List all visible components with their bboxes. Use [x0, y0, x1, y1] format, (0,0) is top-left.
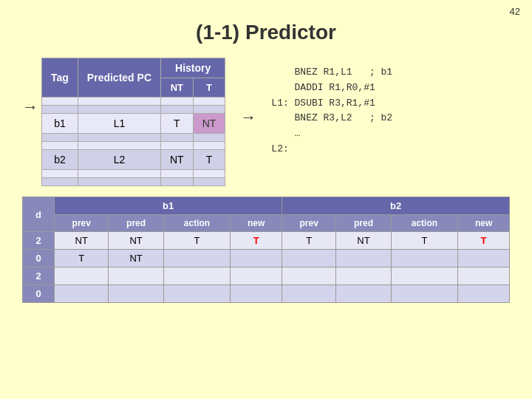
- cell-b1-prev: NT: [55, 232, 109, 250]
- col-nt-header: NT: [161, 78, 194, 98]
- cell-b1-new: [231, 285, 282, 303]
- cell-b2-new: [458, 285, 510, 303]
- col-t-header: T: [193, 78, 225, 98]
- cell-tag: [42, 106, 78, 114]
- cell-t: [193, 106, 225, 114]
- col-d-header: d: [23, 197, 55, 232]
- prediction-table-wrapper: → Tag Predicted PC History NT T: [22, 58, 225, 186]
- cell-b1-action: [163, 285, 231, 303]
- table-row: [42, 170, 225, 178]
- col-b1-pred: pred: [109, 215, 163, 232]
- col-predicted-pc-header: Predicted PC: [78, 58, 160, 98]
- col-b2-group-header: b2: [282, 197, 510, 215]
- prediction-table: Tag Predicted PC History NT T: [41, 58, 225, 186]
- cell-b2-pred: L2: [78, 150, 160, 170]
- table-row: [42, 98, 225, 106]
- cell-b2-prev: [282, 250, 336, 267]
- cell-pred: [78, 106, 160, 114]
- cell-b1-t: NT: [193, 114, 225, 134]
- page-number: 42: [510, 6, 520, 17]
- cell-pred: [78, 142, 160, 150]
- code-block: BNEZ R1,L1 ; b1 DADDI R1,R0,#1 L1: DSUBI…: [271, 65, 392, 157]
- cell-t: [193, 170, 225, 178]
- row-b1-arrow-left: →: [22, 98, 38, 117]
- cell-b1-action: [163, 267, 231, 285]
- cell-b2-pred: [336, 267, 391, 285]
- bottom-table-row: 0: [23, 285, 510, 303]
- cell-b1-prev: [55, 285, 109, 303]
- cell-nt: [161, 106, 194, 114]
- cell-b2-pred: [336, 285, 391, 303]
- cell-b2-nt: NT: [161, 150, 194, 170]
- cell-t: [193, 134, 225, 142]
- col-b2-pred: pred: [336, 215, 391, 232]
- cell-b2-tag: b2: [42, 150, 78, 170]
- page-title: (1-1) Predictor: [0, 21, 532, 44]
- cell-b1-pred: NT: [109, 250, 163, 267]
- cell-d: 0: [23, 250, 55, 267]
- cell-b2-new: T: [458, 232, 510, 250]
- cell-b2-action: [391, 267, 458, 285]
- col-tag-header: Tag: [42, 58, 78, 98]
- cell-d: 2: [23, 267, 55, 285]
- cell-d: 2: [23, 232, 55, 250]
- table-row: [42, 178, 225, 186]
- cell-pred: [78, 178, 160, 186]
- cell-tag: [42, 98, 78, 106]
- cell-b1-pred: [109, 285, 163, 303]
- cell-pred: [78, 134, 160, 142]
- cell-pred: [78, 170, 160, 178]
- cell-b2-action: [391, 285, 458, 303]
- col-b2-new: new: [458, 215, 510, 232]
- cell-nt: [161, 134, 194, 142]
- cell-nt: [161, 98, 194, 106]
- col-b1-group-header: b1: [55, 197, 282, 215]
- cell-tag: [42, 170, 78, 178]
- cell-b1-nt: T: [161, 114, 194, 134]
- cell-t: [193, 142, 225, 150]
- col-b1-prev: prev: [55, 215, 109, 232]
- col-b2-action: action: [391, 215, 458, 232]
- table-row-b2: b2 L2 NT T: [42, 150, 225, 170]
- table-row: [42, 134, 225, 142]
- cell-t: [193, 98, 225, 106]
- cell-b1-tag: b1: [42, 114, 78, 134]
- cell-nt: [161, 178, 194, 186]
- bottom-table-row: 2 NT NT T T T NT T T: [23, 232, 510, 250]
- cell-b1-pred: NT: [109, 232, 163, 250]
- cell-b1-new: [231, 267, 282, 285]
- cell-d: 0: [23, 285, 55, 303]
- bottom-table: d b1 b2 prev pred action new prev pred a…: [22, 197, 510, 303]
- cell-b1-pred: L1: [78, 114, 160, 134]
- cell-b1-prev: T: [55, 250, 109, 267]
- cell-b2-new: [458, 250, 510, 267]
- cell-b2-new: [458, 267, 510, 285]
- table-row: [42, 142, 225, 150]
- table-row: [42, 106, 225, 114]
- col-b2-prev: prev: [282, 215, 336, 232]
- col-b1-new: new: [231, 215, 282, 232]
- center-arrow: →: [240, 108, 256, 127]
- cell-t: [193, 178, 225, 186]
- cell-b2-prev: [282, 285, 336, 303]
- cell-b2-action: T: [391, 232, 458, 250]
- cell-tag: [42, 142, 78, 150]
- bottom-table-row: 2: [23, 267, 510, 285]
- cell-tag: [42, 134, 78, 142]
- cell-b2-action: [391, 250, 458, 267]
- cell-b1-pred: [109, 267, 163, 285]
- col-b1-action: action: [163, 215, 231, 232]
- cell-b2-prev: [282, 267, 336, 285]
- bottom-table-row: 0 T NT: [23, 250, 510, 267]
- bottom-section: d b1 b2 prev pred action new prev pred a…: [0, 186, 532, 303]
- cell-pred: [78, 98, 160, 106]
- cell-b1-new: [231, 250, 282, 267]
- cell-b2-pred: [336, 250, 391, 267]
- cell-b2-pred: NT: [336, 232, 391, 250]
- table-row-b1: b1 L1 T NT: [42, 114, 225, 134]
- cell-b1-action: T: [163, 232, 231, 250]
- cell-b1-new: T: [231, 232, 282, 250]
- cell-b1-action: [163, 250, 231, 267]
- cell-b2-prev: T: [282, 232, 336, 250]
- cell-tag: [42, 178, 78, 186]
